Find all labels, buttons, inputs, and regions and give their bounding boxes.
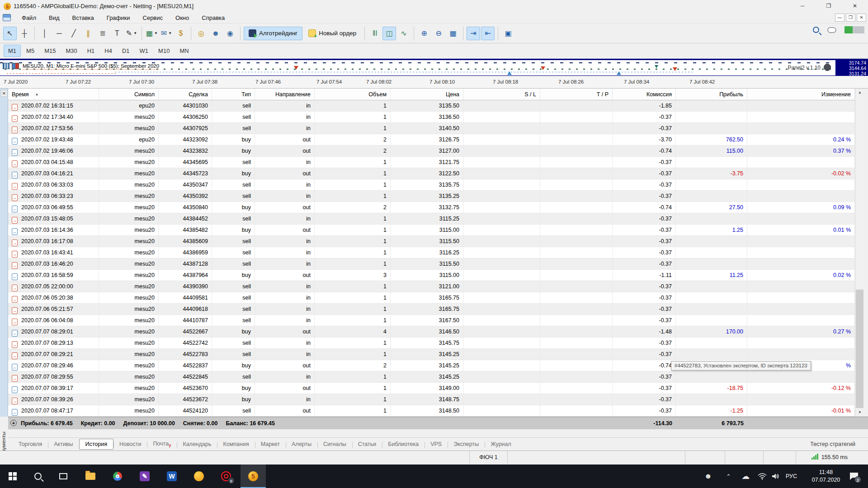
history-row[interactable]: →2020.07.06 05:20:38mesu2044409581sellin… [8, 292, 855, 304]
column-header-tp[interactable]: T / P [540, 89, 613, 100]
tab-Алерты[interactable]: Алерты [286, 439, 317, 450]
history-row[interactable]: ←2020.07.02 19:46:06mesu2044323832buyout… [8, 145, 855, 157]
vertical-line-icon[interactable]: │ [38, 27, 52, 40]
history-row[interactable]: →2020.07.07 08:29:13mesu2044522742sellin… [8, 338, 855, 349]
profiles-icon[interactable]: ✉▼ [160, 27, 173, 40]
equidistant-channel-icon[interactable]: ∥ [81, 27, 95, 40]
column-header-sl[interactable]: S / L [463, 89, 540, 100]
new-chart-icon[interactable]: ▦▼ [145, 27, 159, 40]
scroll-up-icon[interactable]: ▲ [855, 89, 864, 97]
trendline-icon[interactable]: ╱ [67, 27, 80, 40]
algo-trading-button[interactable]: Алготрейдинг [244, 27, 302, 40]
chart-strip[interactable]: MESU20, M1: Micro E-mini S&P 500 ($5); S… [0, 59, 868, 76]
crosshair-icon[interactable]: ┼ [18, 27, 31, 40]
history-row[interactable]: →2020.07.07 08:29:55mesu2044522845sellin… [8, 371, 855, 383]
timeframe-M5[interactable]: M5 [22, 45, 39, 57]
tab-Новости[interactable]: Новости [113, 439, 147, 450]
action-center-button[interactable]: 2 [850, 465, 858, 488]
menu-item-Справка[interactable]: Справка [195, 13, 231, 23]
file-explorer-button[interactable] [78, 465, 103, 488]
timeframe-H1[interactable]: H1 [83, 45, 99, 57]
panel-close-icon[interactable]: ✕ [1, 90, 7, 97]
history-row[interactable]: ←2020.07.02 19:43:48epu2044323092buyout2… [8, 134, 855, 145]
history-row[interactable]: ←2020.07.07 08:47:17mesu2044524120sellou… [8, 405, 855, 417]
zoom-out-icon[interactable]: ⊖ [432, 27, 445, 40]
scroll-down-icon[interactable]: ▼ [855, 408, 864, 417]
cursor-icon[interactable]: ↖ [3, 27, 17, 40]
menu-item-Сервис[interactable]: Сервис [137, 13, 170, 23]
tab-Маркет[interactable]: Маркет [255, 439, 286, 450]
column-header-profit[interactable]: Прибыль [676, 89, 747, 100]
tab-Журнал[interactable]: Журнал [485, 439, 517, 450]
tab-Эксперты[interactable]: Эксперты [448, 439, 485, 450]
menu-item-Графики[interactable]: Графики [100, 13, 137, 23]
history-row[interactable]: →2020.07.03 06:33:23mesu2044350392sellin… [8, 191, 855, 202]
search-icon[interactable] [813, 27, 819, 33]
fibonacci-icon[interactable]: ≣ [96, 27, 109, 40]
column-header-dir[interactable]: Направление [255, 89, 315, 100]
templates-icon[interactable]: ▣ [501, 27, 515, 40]
maximize-button[interactable]: ❐ [816, 0, 842, 12]
tab-Торговля[interactable]: Торговля [13, 439, 48, 450]
history-row[interactable]: →2020.07.02 17:34:40mesu2044306250sellin… [8, 112, 855, 123]
tab-Статьи[interactable]: Статьи [352, 439, 382, 450]
timeframe-D1[interactable]: D1 [118, 45, 134, 57]
history-row[interactable]: ←2020.07.07 08:39:17mesu2044523670buyout… [8, 383, 855, 394]
timeframe-M10[interactable]: M10 [154, 45, 174, 57]
tray-chevron-icon[interactable]: ⌃ [726, 465, 731, 488]
strategy-tester-label[interactable]: Тестер стратегий [810, 441, 855, 447]
horizontal-line-icon[interactable]: ─ [52, 27, 66, 40]
word-button[interactable]: W [159, 465, 184, 488]
column-header-change[interactable]: Изменение [747, 89, 855, 100]
tab-Библиотека[interactable]: Библиотека [382, 439, 425, 450]
history-row[interactable]: →2020.07.07 08:39:26mesu2044523672buyin1… [8, 394, 855, 405]
tab-VPS[interactable]: VPS [425, 439, 448, 450]
tab-Календарь[interactable]: Календарь [177, 439, 217, 450]
objects-icon[interactable]: ✎▼ [125, 27, 138, 40]
history-row[interactable]: ←2020.07.03 04:16:21mesu2044345723buyout… [8, 168, 855, 179]
scrollbar-thumb[interactable] [856, 290, 863, 408]
payments-icon[interactable]: ◎ [194, 27, 208, 40]
zoom-in-icon[interactable]: ⊕ [417, 27, 431, 40]
new-order-button[interactable]: Новый ордер [303, 27, 361, 40]
task-view-button[interactable] [51, 465, 76, 488]
history-row[interactable]: →2020.07.02 17:53:56mesu2044307925sellin… [8, 123, 855, 134]
history-row[interactable]: ←2020.07.03 16:58:59mesu2044387964buyout… [8, 270, 855, 281]
history-row[interactable]: →2020.07.03 06:33:03mesu2044350347sellin… [8, 179, 855, 191]
mdi-close-button[interactable]: ✕ [857, 14, 866, 22]
start-button[interactable] [0, 465, 25, 488]
chart-shift-icon[interactable]: ⇤ [481, 27, 495, 40]
history-row[interactable]: ←2020.07.03 16:14:36mesu2044385482buyout… [8, 225, 855, 236]
wifi-icon[interactable] [758, 465, 767, 488]
metatrader-button[interactable]: 5 [241, 465, 266, 488]
history-row[interactable]: →2020.07.05 22:00:00mesu2044390390sellin… [8, 281, 855, 292]
menu-item-Вставка[interactable]: Вставка [66, 13, 100, 23]
chrome-button[interactable] [105, 465, 130, 488]
column-header-type[interactable]: Тип [212, 89, 255, 100]
column-header-price[interactable]: Цена [391, 89, 463, 100]
mdi-restore-button[interactable]: ❐ [846, 14, 855, 22]
tab-Сигналы[interactable]: Сигналы [317, 439, 352, 450]
history-row[interactable]: ←2020.07.03 06:49:55mesu2044350840buyout… [8, 202, 855, 213]
column-header-commission[interactable]: Комиссия [613, 89, 676, 100]
line-chart-icon[interactable]: ∿ [397, 27, 410, 40]
timeframe-H4[interactable]: H4 [100, 45, 117, 57]
tab-Почта[interactable]: Почта7 [147, 438, 177, 450]
history-row[interactable]: →2020.07.02 16:31:15epu2044301030sellin1… [8, 100, 855, 112]
bar-chart-icon[interactable]: ǁǀ [368, 27, 382, 40]
vertical-scrollbar[interactable]: ▲ ▼ [855, 89, 864, 417]
tile-windows-icon[interactable]: ▦ [446, 27, 460, 40]
market-watch-icon[interactable]: $ [174, 27, 188, 40]
timeframe-MN[interactable]: MN [175, 45, 193, 57]
history-row[interactable]: →2020.07.03 04:15:48mesu2044345695sellin… [8, 157, 855, 168]
candlestick-chart-icon[interactable]: ◫ [382, 27, 396, 40]
column-header-deal[interactable]: Сделка [159, 89, 212, 100]
onedrive-cloud-icon[interactable]: ☁ [741, 465, 750, 488]
history-row[interactable]: →2020.07.06 05:21:57mesu2044409618sellin… [8, 304, 855, 315]
timeframe-M15[interactable]: M15 [40, 45, 60, 57]
opera-button[interactable]: O 8 [213, 465, 239, 488]
chat-icon[interactable] [827, 27, 836, 33]
history-row[interactable]: →2020.07.07 08:29:21mesu2044522783sellin… [8, 349, 855, 360]
column-header-symbol[interactable]: Символ [99, 89, 159, 100]
history-row[interactable]: →2020.07.03 16:17:08mesu2044385609sellin… [8, 236, 855, 247]
